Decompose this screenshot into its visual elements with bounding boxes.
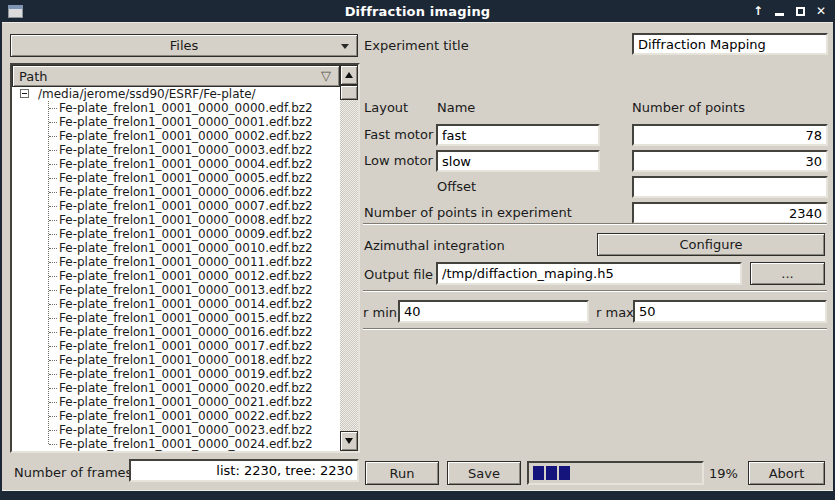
progress-percent-label: 19% bbox=[709, 466, 738, 481]
tree-file-item[interactable]: Fe-plate_frelon1_0001_0000_0023.edf.bz2 bbox=[12, 423, 340, 437]
tree-file-item[interactable]: Fe-plate_frelon1_0001_0000_0022.edf.bz2 bbox=[12, 409, 340, 423]
tree-file-item[interactable]: Fe-plate_frelon1_0001_0000_0003.edf.bz2 bbox=[12, 143, 340, 157]
tree-file-item[interactable]: Fe-plate_frelon1_0001_0000_0018.edf.bz2 bbox=[12, 353, 340, 367]
tree-file-label: Fe-plate_frelon1_0001_0000_0022.edf.bz2 bbox=[59, 409, 313, 423]
output-file-input[interactable] bbox=[436, 262, 742, 285]
tree-file-item[interactable]: Fe-plate_frelon1_0001_0000_0020.edf.bz2 bbox=[12, 381, 340, 395]
tree-file-item[interactable]: Fe-plate_frelon1_0001_0000_0009.edf.bz2 bbox=[12, 227, 340, 241]
r-max-label: r max bbox=[596, 305, 634, 320]
divider bbox=[363, 290, 827, 292]
r-max-input[interactable] bbox=[633, 300, 827, 323]
arrow-down-icon bbox=[345, 438, 353, 444]
tree-file-label: Fe-plate_frelon1_0001_0000_0000.edf.bz2 bbox=[59, 101, 313, 115]
scroll-down-button[interactable] bbox=[340, 431, 358, 451]
frames-count-field[interactable] bbox=[129, 459, 359, 482]
azimuthal-integration-label: Azimuthal integration bbox=[364, 238, 505, 253]
tree-file-label: Fe-plate_frelon1_0001_0000_0011.edf.bz2 bbox=[59, 255, 313, 269]
tree-file-label: Fe-plate_frelon1_0001_0000_0002.edf.bz2 bbox=[59, 129, 313, 143]
tree-file-label: Fe-plate_frelon1_0001_0000_0003.edf.bz2 bbox=[59, 143, 313, 157]
progress-bar bbox=[527, 461, 704, 485]
frames-label: Number of frames bbox=[14, 465, 132, 480]
file-tree: Path ▽ /media/jerome/ssd90/ESRF/Fe-plate… bbox=[10, 63, 360, 453]
tree-root-item[interactable]: /media/jerome/ssd90/ESRF/Fe-plate/ bbox=[12, 87, 340, 101]
tree-file-label: Fe-plate_frelon1_0001_0000_0015.edf.bz2 bbox=[59, 311, 313, 325]
tree-file-label: Fe-plate_frelon1_0001_0000_0013.edf.bz2 bbox=[59, 283, 313, 297]
n-points-input[interactable] bbox=[632, 202, 828, 224]
tree-file-item[interactable]: Fe-plate_frelon1_0001_0000_0017.edf.bz2 bbox=[12, 339, 340, 353]
tree-file-item[interactable]: Fe-plate_frelon1_0001_0000_0012.edf.bz2 bbox=[12, 269, 340, 283]
tree-root-label: /media/jerome/ssd90/ESRF/Fe-plate/ bbox=[38, 87, 256, 101]
collapse-icon[interactable] bbox=[20, 89, 29, 98]
scroll-up-button[interactable] bbox=[340, 65, 358, 85]
column-header-points: Number of points bbox=[632, 100, 745, 115]
tree-column-header[interactable]: Path ▽ bbox=[12, 65, 340, 87]
maximize-icon bbox=[796, 7, 805, 16]
minimize-button[interactable] bbox=[773, 4, 785, 18]
tree-file-label: Fe-plate_frelon1_0001_0000_0019.edf.bz2 bbox=[59, 367, 313, 381]
divider bbox=[363, 328, 827, 330]
tree-file-item[interactable]: Fe-plate_frelon1_0001_0000_0001.edf.bz2 bbox=[12, 115, 340, 129]
tree-header-label: Path bbox=[19, 69, 48, 84]
tree-file-label: Fe-plate_frelon1_0001_0000_0009.edf.bz2 bbox=[59, 227, 313, 241]
tree-file-item[interactable]: Fe-plate_frelon1_0001_0000_0011.edf.bz2 bbox=[12, 255, 340, 269]
tree-file-item[interactable]: Fe-plate_frelon1_0001_0000_0024.edf.bz2 bbox=[12, 437, 340, 451]
tree-file-label: Fe-plate_frelon1_0001_0000_0017.edf.bz2 bbox=[59, 339, 313, 353]
tree-file-label: Fe-plate_frelon1_0001_0000_0016.edf.bz2 bbox=[59, 325, 313, 339]
tree-file-item[interactable]: Fe-plate_frelon1_0001_0000_0005.edf.bz2 bbox=[12, 171, 340, 185]
tree-file-item[interactable]: Fe-plate_frelon1_0001_0000_0007.edf.bz2 bbox=[12, 199, 340, 213]
output-file-label: Output file bbox=[364, 267, 433, 282]
browse-button[interactable]: ... bbox=[750, 262, 825, 285]
scrollbar-thumb[interactable] bbox=[340, 85, 358, 100]
low-motor-label: Low motor bbox=[364, 150, 433, 172]
run-button[interactable]: Run bbox=[365, 461, 439, 485]
tree-file-item[interactable]: Fe-plate_frelon1_0001_0000_0015.edf.bz2 bbox=[12, 311, 340, 325]
column-header-name: Name bbox=[437, 100, 475, 115]
tree-file-label: Fe-plate_frelon1_0001_0000_0018.edf.bz2 bbox=[59, 353, 313, 367]
configure-button[interactable]: Configure bbox=[597, 233, 825, 256]
progress-fill bbox=[533, 466, 570, 480]
shade-button[interactable]: ↑ bbox=[752, 4, 764, 18]
low-motor-name-input[interactable] bbox=[436, 150, 600, 172]
tree-file-item[interactable]: Fe-plate_frelon1_0001_0000_0013.edf.bz2 bbox=[12, 283, 340, 297]
tree-file-item[interactable]: Fe-plate_frelon1_0001_0000_0004.edf.bz2 bbox=[12, 157, 340, 171]
abort-button[interactable]: Abort bbox=[748, 461, 825, 485]
arrow-up-icon bbox=[345, 72, 353, 78]
low-motor-points-input[interactable] bbox=[632, 150, 828, 172]
main-window: Files Path ▽ /media/jerome/ssd90/ESRF/Fe… bbox=[2, 22, 833, 491]
tree-file-item[interactable]: Fe-plate_frelon1_0001_0000_0016.edf.bz2 bbox=[12, 325, 340, 339]
tree-file-item[interactable]: Fe-plate_frelon1_0001_0000_0000.edf.bz2 bbox=[12, 101, 340, 115]
close-button[interactable]: ✕ bbox=[815, 4, 827, 18]
fast-motor-points-input[interactable] bbox=[632, 124, 828, 146]
tree-file-item[interactable]: Fe-plate_frelon1_0001_0000_0021.edf.bz2 bbox=[12, 395, 340, 409]
column-header-layout: Layout bbox=[364, 100, 408, 115]
tree-rows: /media/jerome/ssd90/ESRF/Fe-plate/ Fe-pl… bbox=[12, 87, 340, 451]
tree-file-item[interactable]: Fe-plate_frelon1_0001_0000_0008.edf.bz2 bbox=[12, 213, 340, 227]
divider bbox=[363, 223, 827, 225]
chevron-down-icon bbox=[341, 44, 349, 49]
offset-input[interactable] bbox=[632, 176, 828, 198]
save-button[interactable]: Save bbox=[447, 461, 521, 485]
experiment-title-input[interactable] bbox=[632, 33, 828, 55]
tree-file-item[interactable]: Fe-plate_frelon1_0001_0000_0002.edf.bz2 bbox=[12, 129, 340, 143]
tree-file-item[interactable]: Fe-plate_frelon1_0001_0000_0014.edf.bz2 bbox=[12, 297, 340, 311]
window-title: Diffraction imaging bbox=[0, 4, 835, 19]
tree-file-label: Fe-plate_frelon1_0001_0000_0001.edf.bz2 bbox=[59, 115, 313, 129]
tree-file-item[interactable]: Fe-plate_frelon1_0001_0000_0006.edf.bz2 bbox=[12, 185, 340, 199]
tree-file-label: Fe-plate_frelon1_0001_0000_0023.edf.bz2 bbox=[59, 423, 313, 437]
tree-file-label: Fe-plate_frelon1_0001_0000_0020.edf.bz2 bbox=[59, 381, 313, 395]
fast-motor-name-input[interactable] bbox=[436, 124, 600, 146]
tree-file-label: Fe-plate_frelon1_0001_0000_0024.edf.bz2 bbox=[59, 437, 313, 451]
tree-file-label: Fe-plate_frelon1_0001_0000_0004.edf.bz2 bbox=[59, 157, 313, 171]
minimize-icon bbox=[775, 13, 784, 16]
tree-file-label: Fe-plate_frelon1_0001_0000_0008.edf.bz2 bbox=[59, 213, 313, 227]
tree-file-label: Fe-plate_frelon1_0001_0000_0005.edf.bz2 bbox=[59, 171, 313, 185]
offset-label: Offset bbox=[437, 176, 476, 198]
r-min-input[interactable] bbox=[398, 300, 589, 323]
tree-file-item[interactable]: Fe-plate_frelon1_0001_0000_0010.edf.bz2 bbox=[12, 241, 340, 255]
maximize-button[interactable] bbox=[794, 4, 806, 18]
files-dropdown[interactable]: Files bbox=[10, 34, 358, 57]
tree-file-item[interactable]: Fe-plate_frelon1_0001_0000_0019.edf.bz2 bbox=[12, 367, 340, 381]
experiment-title-label: Experiment title bbox=[364, 38, 469, 53]
tree-scrollbar[interactable] bbox=[340, 65, 358, 451]
tree-file-label: Fe-plate_frelon1_0001_0000_0010.edf.bz2 bbox=[59, 241, 313, 255]
